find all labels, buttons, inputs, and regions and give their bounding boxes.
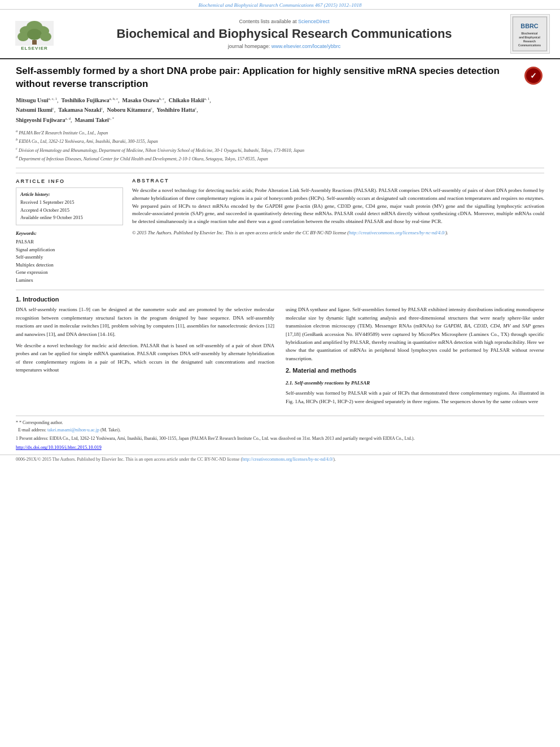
methods-subheading: 2.1. Self-assembly reactions by PALSAR (286, 379, 544, 387)
journal-citation: Biochemical and Biophysical Research Com… (0, 0, 560, 10)
crossmark-badge: ✓ (523, 65, 544, 86)
author-10: Masami Takei (75, 117, 108, 123)
keywords-label: Keywords: (16, 230, 123, 237)
homepage-url: www.elsevier.com/locate/ybbrc (272, 43, 341, 49)
author-4: Chikako Hakii (169, 97, 204, 103)
svg-rect-7 (32, 40, 37, 45)
doi-text: http://dx.doi.org/10.1016/j.bbrc.2015.10… (16, 444, 102, 450)
svg-point-4 (18, 32, 29, 41)
keyword-5: Gene expression (16, 269, 123, 277)
elsevier-label: ELSEVIER (21, 46, 48, 51)
svg-point-5 (27, 29, 42, 40)
journal-homepage: journal homepage: www.elsevier.com/locat… (67, 43, 502, 49)
author-4-sup: a, 1 (204, 97, 209, 101)
intro-heading: 1. Introduction (16, 296, 544, 303)
svg-text:Biochemical: Biochemical (522, 32, 539, 35)
contents-line: Contents lists available at ScienceDirec… (67, 19, 502, 24)
author-1: Mitsugu Usui (16, 97, 49, 103)
open-access-notice: © 2015 The Authors. Published by Elsevie… (132, 229, 544, 237)
intro-para-2: We describe a novel technology for nucle… (16, 342, 274, 374)
body-two-columns: DNA self-assembly reactions [1–9] can be… (16, 305, 544, 409)
author-6: Takamasa Nozaki (58, 107, 101, 113)
corresponding-label: * Corresponding author. (19, 420, 63, 425)
abstract-text: We describe a novel technology for detec… (132, 187, 544, 237)
footnote-section: * * Corresponding author. E-mail address… (16, 416, 544, 442)
author-5: Natsumi Ikumi (16, 107, 53, 113)
bottom-copyright-text: 0006-291X/© 2015 The Authors. Published … (16, 457, 336, 462)
crossmark-circle: ✓ (524, 67, 542, 85)
article-info-title: ARTICLE INFO (16, 178, 123, 186)
author-9-sup: a, d (65, 116, 71, 120)
author-6-sup: c (101, 106, 103, 110)
paper-title-text: Self-assembly formed by a short DNA prob… (16, 65, 500, 89)
keyword-1: PALSAR (16, 238, 123, 246)
footnote-email-line: E-mail address: takei.masami@nihon-u.ac.… (16, 427, 544, 434)
science-direct-text: ScienceDirect (298, 19, 330, 24)
bbrc-logo-svg: BBRC Biochemical and Biophysical Researc… (511, 16, 548, 52)
body-col-right: using DNA synthase and ligase. Self-asse… (286, 305, 544, 409)
journal-main-title: Biochemical and Biophysical Research Com… (67, 27, 502, 41)
paper-title-area: Self-assembly formed by a short DNA prob… (16, 65, 544, 91)
info-abstract-columns: ARTICLE INFO Article history: Received 1… (16, 173, 544, 285)
bottom-copyright-bar: 0006-291X/© 2015 The Authors. Published … (0, 455, 560, 464)
crossmark-icon: ✓ (526, 68, 541, 84)
author-2: Toshihiko Fujikawa (62, 97, 110, 103)
body-content: 1. Introduction DNA self-assembly reacti… (0, 296, 560, 409)
svg-text:Research: Research (523, 40, 536, 43)
journal-header: ELSEVIER Contents lists available at Sci… (0, 10, 560, 59)
doi-link[interactable]: http://dx.doi.org/10.1016/j.bbrc.2015.10… (16, 444, 102, 450)
author-9: Shigeyoshi Fujiwara (16, 117, 65, 123)
author-5-sup: c (53, 106, 54, 110)
bbrc-logo-area: BBRC Biochemical and Biophysical Researc… (509, 14, 551, 54)
author-2-sup: a, b, c (110, 97, 119, 101)
cc-license-link[interactable]: http://creativecommons.org/licenses/by-n… (349, 230, 445, 235)
abstract-body: We describe a novel technology for detec… (132, 187, 544, 225)
bbrc-logo: BBRC Biochemical and Biophysical Researc… (510, 14, 550, 54)
email-name: (M. Takei). (100, 427, 121, 433)
footnote-1: 1 Present address: EIDIA Co., Ltd, 3262-… (16, 435, 544, 443)
authors-line: Mitsugu Usuia, c, 1, Toshihiko Fujikawaa… (16, 95, 544, 125)
author-3: Masako Osawa (123, 97, 159, 103)
author-8-sup: c (195, 106, 196, 110)
intro-para-1: DNA self-assembly reactions [1–9] can be… (16, 305, 274, 338)
article-history-box: Article history: Received 1 September 20… (16, 187, 123, 225)
received-date: Received 1 September 2015 (20, 199, 119, 206)
author-email-link[interactable]: takei.masami@nihon-u.ac.jp (47, 427, 99, 433)
footnote-corresponding: * * Corresponding author. (16, 420, 544, 427)
contents-label: Contents lists available at (239, 19, 296, 24)
keyword-2: Signal amplification (16, 246, 123, 254)
journal-title-area: Contents lists available at ScienceDirec… (67, 19, 502, 49)
svg-text:and Biophysical: and Biophysical (519, 36, 540, 39)
author-8: Yoshihiro Hatta (156, 107, 195, 113)
author-3-sup: b, c (159, 97, 164, 101)
section-divider (16, 290, 544, 290)
science-direct-link[interactable]: ScienceDirect (298, 19, 330, 24)
email-label: E-mail address: (18, 427, 46, 433)
citation-text: Biochemical and Biophysical Research Com… (199, 2, 362, 8)
methods-para-1: Self-assembly was formed by PALSAR with … (286, 389, 544, 405)
accepted-date: Accepted 4 October 2015 (20, 207, 119, 214)
abstract-column: ABSTRACT We describe a novel technology … (132, 178, 544, 285)
svg-text:Communications: Communications (518, 44, 541, 47)
keyword-4: Multiplex detection (16, 261, 123, 269)
available-date: Available online 9 October 2015 (20, 214, 119, 221)
body-col-left: DNA self-assembly reactions [1–9] can be… (16, 305, 274, 409)
methods-heading: 2. Material and methods (286, 366, 544, 376)
bottom-license-link[interactable]: http://creativecommons.org/licenses/by-n… (242, 457, 333, 462)
homepage-label: journal homepage: (228, 43, 270, 49)
author-1-sup: a, c, 1 (49, 97, 58, 101)
affiliations-block: a PALMA Bee'Z Research Institute Co., Lt… (16, 128, 544, 168)
abstract-title: ABSTRACT (132, 178, 544, 184)
homepage-link[interactable]: www.elsevier.com/locate/ybbrc (272, 43, 341, 49)
intro-para-3: using DNA synthase and ligase. Self-asse… (286, 305, 544, 362)
keywords-list: PALSAR Signal amplification Self-assembl… (16, 238, 123, 285)
elsevier-logo (12, 18, 56, 46)
elsevier-tree-svg (15, 21, 54, 46)
author-10-sup: c, * (109, 116, 114, 120)
svg-point-6 (40, 32, 51, 41)
author-7-sup: c (151, 106, 152, 110)
author-7: Noboru Kitamura (107, 107, 151, 113)
paper-section: Self-assembly formed by a short DNA prob… (0, 59, 560, 284)
author-email: takei.masami@nihon-u.ac.jp (47, 427, 99, 433)
keyword-3: Self-assembly (16, 254, 123, 261)
